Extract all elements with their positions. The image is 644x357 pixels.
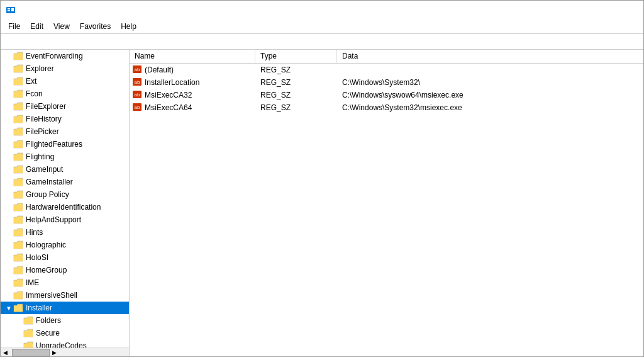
reg-value-icon: ab (132, 65, 142, 76)
reg-value-icon: ab (132, 77, 142, 88)
cell-data: C:\Windows\System32\ (337, 78, 643, 87)
registry-editor-window: File Edit View Favorites Help EventForwa… (0, 0, 644, 357)
hscroll-thumb[interactable] (12, 349, 50, 356)
col-header-data[interactable]: Data (337, 50, 643, 63)
tree-item[interactable]: Explorer (1, 62, 129, 75)
folder-icon (13, 215, 23, 224)
cell-name-text: (Default) (145, 65, 174, 74)
tree-item-label: Holographic (26, 241, 66, 249)
folder-icon (13, 303, 23, 312)
folder-icon (13, 77, 23, 86)
tree-item[interactable]: HardwareIdentification (1, 201, 129, 213)
tree-scroll[interactable]: EventForwarding Explorer Ext Fcon FileEx… (1, 50, 129, 348)
folder-icon (13, 89, 23, 98)
tree-item[interactable]: GameInput (1, 163, 129, 176)
svg-text:ab: ab (135, 67, 140, 72)
tree-item[interactable]: FileExplorer (1, 100, 129, 113)
tree-item-label: UpgradeCodes (36, 341, 87, 348)
table-row[interactable]: ab (Default)REG_SZ (130, 64, 643, 76)
cell-name-text: MsiExecCA32 (145, 91, 192, 99)
minimize-button[interactable] (552, 1, 580, 20)
tree-item[interactable]: Folders (1, 314, 129, 327)
menu-favorites[interactable]: Favorites (75, 21, 116, 32)
folder-icon (13, 203, 23, 212)
tree-item-label: HelpAndSupport (26, 215, 81, 224)
title-buttons (552, 1, 638, 20)
folder-icon (13, 291, 23, 300)
folder-icon (13, 266, 23, 275)
tree-item-label: Group Policy (26, 190, 69, 199)
hscroll-right[interactable]: ▶ (50, 348, 58, 357)
tree-item[interactable]: HomeGroup (1, 264, 129, 276)
menu-bar: File Edit View Favorites Help (1, 20, 643, 33)
tree-item[interactable]: EventForwarding (1, 50, 129, 62)
tree-item[interactable]: FilePicker (1, 125, 129, 138)
tree-item-label: HomeGroup (26, 266, 67, 275)
folder-icon (13, 278, 23, 287)
tree-item[interactable]: ImmersiveShell (1, 289, 129, 302)
tree-item[interactable]: UpgradeCodes (1, 339, 129, 348)
col-header-type[interactable]: Type (255, 50, 337, 63)
tree-item[interactable]: HoloSI (1, 251, 129, 264)
tree-item[interactable]: ▼ Installer (1, 302, 129, 314)
tree-item[interactable]: Fcon (1, 88, 129, 100)
folder-icon (13, 64, 23, 73)
svg-text:ab: ab (135, 105, 140, 110)
cell-name: ab MsiExecCA32 (130, 90, 255, 101)
tree-item-label: Folders (36, 316, 61, 325)
tree-item[interactable]: Ext (1, 75, 129, 88)
folder-icon (13, 127, 23, 136)
right-panel: Name Type Data ab (Default)REG_SZ ab Ins… (130, 50, 643, 356)
menu-file[interactable]: File (3, 21, 25, 32)
table-row[interactable]: ab MsiExecCA32REG_SZC:\Windows\syswow64\… (130, 89, 643, 101)
tree-item[interactable]: FlightedFeatures (1, 138, 129, 150)
reg-value-icon: ab (132, 103, 142, 113)
tree-item[interactable]: GameInstaller (1, 176, 129, 188)
tree-hscroll: ◀ ▶ (1, 348, 129, 356)
cell-type: REG_SZ (255, 78, 337, 87)
tree-item[interactable]: IME (1, 276, 129, 289)
tree-panel: EventForwarding Explorer Ext Fcon FileEx… (1, 50, 130, 356)
tree-item[interactable]: FileHistory (1, 113, 129, 125)
menu-help[interactable]: Help (116, 21, 142, 32)
cell-name-text: InstallerLocation (145, 78, 199, 87)
folder-icon (13, 115, 23, 123)
cell-type: REG_SZ (255, 65, 337, 74)
folder-icon (13, 190, 23, 199)
tree-item-label: FileHistory (26, 115, 62, 123)
tree-item[interactable]: Holographic (1, 239, 129, 251)
main-content: EventForwarding Explorer Ext Fcon FileEx… (1, 50, 643, 356)
tree-item-label: Explorer (26, 64, 54, 73)
menu-edit[interactable]: Edit (25, 21, 48, 32)
tree-item-label: Flighting (26, 152, 54, 161)
cell-data: C:\Windows\System32\msiexec.exe (337, 103, 643, 112)
folder-icon (13, 140, 23, 149)
folder-icon (13, 253, 23, 262)
close-button[interactable] (609, 1, 638, 20)
table-row[interactable]: ab InstallerLocationREG_SZC:\Windows\Sys… (130, 76, 643, 89)
tree-item[interactable]: Group Policy (1, 188, 129, 201)
table-header: Name Type Data (130, 50, 643, 64)
tree-item[interactable]: Secure (1, 327, 129, 339)
folder-icon (13, 152, 23, 161)
tree-item[interactable]: HelpAndSupport (1, 213, 129, 226)
cell-name: ab InstallerLocation (130, 77, 255, 88)
tree-item-label: FileExplorer (26, 102, 66, 111)
folder-icon (13, 102, 23, 111)
maximize-button[interactable] (580, 1, 609, 20)
tree-item-label: Secure (36, 329, 60, 337)
menu-view[interactable]: View (48, 21, 75, 32)
address-path[interactable] (3, 40, 641, 43)
cell-name: ab MsiExecCA64 (130, 103, 255, 113)
tree-item[interactable]: Flighting (1, 150, 129, 163)
svg-rect-3 (11, 8, 14, 11)
tree-item-label: GameInput (26, 165, 63, 174)
folder-icon (23, 329, 33, 337)
expand-arrow[interactable]: ▼ (6, 305, 13, 312)
hscroll-left[interactable]: ◀ (1, 348, 9, 357)
table-row[interactable]: ab MsiExecCA64REG_SZC:\Windows\System32\… (130, 101, 643, 114)
tree-item[interactable]: Hints (1, 226, 129, 239)
folder-icon (13, 178, 23, 186)
cell-data: C:\Windows\syswow64\msiexec.exe (337, 91, 643, 99)
col-header-name[interactable]: Name (130, 50, 255, 63)
